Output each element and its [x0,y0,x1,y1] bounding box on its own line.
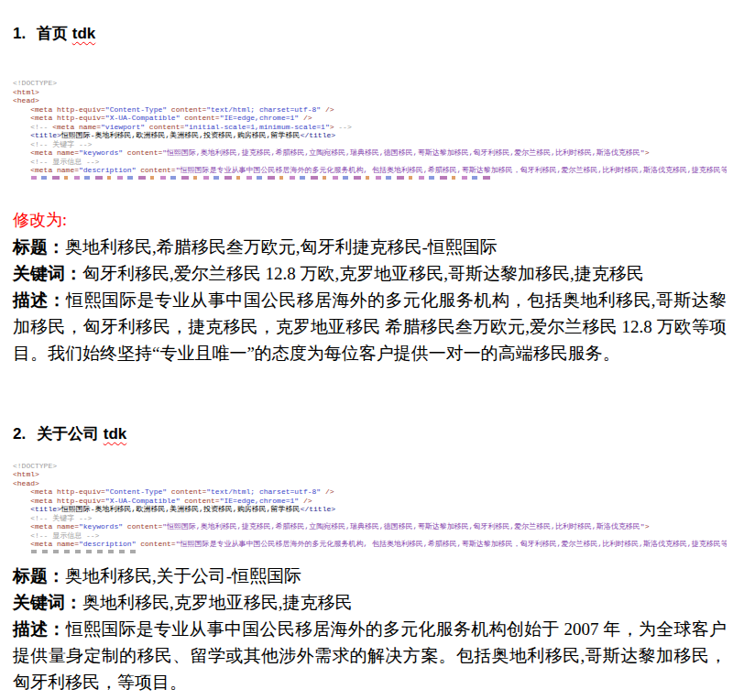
code-line: <!-- 显示信息 --> [13,158,727,167]
section1-heading-text: 首页 [37,25,68,42]
section2-title-line: 标题：奥地利移民,关于公司-恒熙国际 [13,563,727,589]
section2-heading-suffix: tdk [104,425,127,443]
code-line: <meta http-equiv="Content-Type" content=… [13,487,727,497]
keywords-label: 关键词： [13,593,82,612]
section1-heading-number: 1. [13,24,37,44]
code-line: <!-- <meta name="viewport" content="init… [13,123,727,132]
code-line: <html> [13,470,727,479]
keywords-value: 匈牙利移民,爱尔兰移民 12.8 万欧,克罗地亚移民,哥斯达黎加移民,捷克移民 [82,264,644,283]
code-block-homepage-tdk: <!DOCTYPE><html><head> <meta http-equiv=… [13,79,727,175]
code-line: <!-- 关键字 --> [13,514,727,523]
clipped-code-line [31,176,494,180]
description-value: 恒熙国际是专业从事中国公民移居海外的多元化服务机构，包括奥地利移民,哥斯达黎加移… [13,290,727,363]
code-line: <head> [13,96,727,105]
section1-heading-suffix: tdk [72,25,96,42]
clipped-code-line [31,550,141,553]
section1-heading: 1.首页 tdk [13,24,727,44]
keywords-value: 奥地利移民,克罗地亚移民,捷克移民 [82,593,353,612]
code-block-about-tdk: <!DOCTYPE><html><head> <meta http-equiv=… [13,462,727,549]
code-line: <!DOCTYPE> [13,79,727,88]
title-label: 标题： [13,566,65,585]
section1-title-line: 标题：奥地利移民,希腊移民叁万欧元,匈牙利捷克移民-恒熙国际 [13,234,727,260]
description-label: 描述： [13,290,66,310]
code-line: <!DOCTYPE> [13,462,727,471]
section1-description-paragraph: 描述：恒熙国际是专业从事中国公民移居海外的多元化服务机构，包括奥地利移民,哥斯达… [13,287,727,366]
code-line: <head> [13,479,727,488]
code-line: <title>恒熙国际-奥地利移民,欧洲移民,美洲移民,投资移民,购房移民,留学… [13,131,727,140]
code-line: <meta name="keywords" content="恒熙国际,奥地利移… [13,148,727,158]
code-line: <meta name="description" content="恒熙国际是专… [13,540,727,549]
code-line: <meta http-equiv="X-UA-Compatible" conte… [13,114,727,123]
code-line: <meta name="keywords" content="恒熙国际,奥地利移… [13,522,727,531]
document-page: 1.首页 tdk <!DOCTYPE><html><head> <meta ht… [0,0,733,700]
title-value: 奥地利移民,希腊移民叁万欧元,匈牙利捷克移民-恒熙国际 [65,237,498,257]
code-line: <!-- 显示信息 --> [13,531,727,541]
section1-keywords-line: 关键词：匈牙利移民,爱尔兰移民 12.8 万欧,克罗地亚移民,哥斯达黎加移民,捷… [13,260,727,287]
code-line: <meta http-equiv="Content-Type" content=… [13,105,727,115]
keywords-label: 关键词： [13,264,82,283]
section2-heading-number: 2. [13,424,37,444]
description-value: 恒熙国际是专业从事中国公民移居海外的多元化服务机构创始于 2007 年，为全球客… [13,619,727,692]
code-line: <html> [13,88,727,97]
code-line: <meta http-equiv="X-UA-Compatible" conte… [13,497,727,506]
revise-label: 修改为: [13,207,727,234]
section2-description-paragraph: 描述：恒熙国际是专业从事中国公民移居海外的多元化服务机构创始于 2007 年，为… [13,616,727,695]
section2-keywords-line: 关键词：奥地利移民,克罗地亚移民,捷克移民 [13,589,727,616]
code-line: <!-- 关键字 --> [13,140,727,149]
section2-heading: 2.关于公司 tdk [13,424,727,444]
title-value: 奥地利移民,关于公司-恒熙国际 [65,566,301,585]
description-label: 描述： [13,619,66,639]
code-line: <title>恒熙国际-奥地利移民,欧洲移民,美洲移民,投资移民,购房移民,留学… [13,505,727,514]
title-label: 标题： [13,237,65,257]
code-line: <meta name="description" content="恒熙国际是专… [13,166,727,175]
section2-heading-text: 关于公司 [37,425,99,443]
